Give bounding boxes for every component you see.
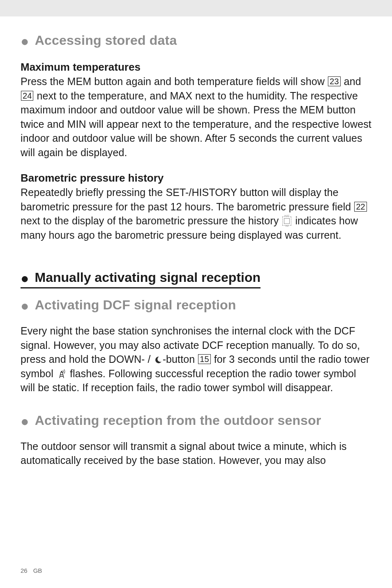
bullet-icon: ● bbox=[21, 298, 29, 314]
subheading-barometric: Barometric pressure history bbox=[21, 172, 371, 184]
icon-label-top: HIST bbox=[283, 214, 291, 217]
section-max-temperatures: Maximum temperatures Press the MEM butto… bbox=[21, 61, 371, 159]
moon-icon bbox=[154, 356, 162, 364]
subheading-max-temp: Maximum temperatures bbox=[21, 61, 371, 74]
page-footer: 26GB bbox=[21, 567, 42, 574]
heading-text: Manually activating signal reception bbox=[35, 270, 261, 285]
heading-text: Activating DCF signal reception bbox=[35, 297, 236, 312]
section-outdoor: The outdoor sensor will transmit a signa… bbox=[21, 439, 371, 468]
top-gray-bar bbox=[0, 0, 392, 16]
heading-dcf-activation: ●Activating DCF signal reception bbox=[21, 297, 371, 314]
radio-tower-icon bbox=[57, 368, 66, 383]
heading-text: Accessing stored data bbox=[35, 33, 177, 48]
section-barometric: Barometric pressure history Repeatedly b… bbox=[21, 172, 371, 242]
text-segment: Repeatedly briefly pressing the SET-/HIS… bbox=[21, 187, 354, 212]
bullet-icon: ● bbox=[21, 33, 29, 49]
reference-box-24: 24 bbox=[21, 91, 33, 101]
reference-box-22: 22 bbox=[354, 202, 367, 212]
text-segment: Press the MEM button again and both temp… bbox=[21, 76, 327, 87]
text-segment: and bbox=[341, 76, 361, 87]
page-content: ●Accessing stored data Maximum temperatu… bbox=[0, 16, 392, 468]
heading-outdoor-sensor: ●Activating reception from the outdoor s… bbox=[21, 413, 371, 429]
text-segment: next to the temperature, and MAX next to… bbox=[21, 90, 371, 158]
text-segment: flashes. Following successful reception … bbox=[21, 368, 356, 394]
reference-box-23: 23 bbox=[328, 76, 340, 86]
heading-text: Activating reception from the outdoor se… bbox=[35, 413, 321, 428]
reference-box-15: 15 bbox=[198, 354, 210, 364]
paragraph-max-temp: Press the MEM button again and both temp… bbox=[21, 74, 371, 159]
text-segment: next to the display of the barometric pr… bbox=[21, 215, 281, 226]
paragraph-dcf: Every night the base station synchronise… bbox=[21, 324, 371, 395]
section-dcf: Every night the base station synchronise… bbox=[21, 324, 371, 395]
bullet-icon: ● bbox=[21, 413, 29, 429]
heading-manual-activation: ●Manually activating signal reception bbox=[21, 270, 261, 288]
region-code: GB bbox=[33, 567, 42, 574]
heading-accessing-stored-data: ●Accessing stored data bbox=[21, 33, 371, 49]
text-segment: -button bbox=[163, 353, 198, 365]
icon-label-bottom: HR bbox=[283, 225, 291, 228]
bullet-icon: ● bbox=[21, 270, 29, 286]
page-number: 26 bbox=[21, 567, 28, 574]
paragraph-outdoor: The outdoor sensor will transmit a signa… bbox=[21, 439, 371, 468]
history-field-icon: HISTHR bbox=[282, 217, 291, 226]
svg-point-0 bbox=[61, 371, 62, 372]
paragraph-barometric: Repeatedly briefly pressing the SET-/HIS… bbox=[21, 185, 371, 242]
